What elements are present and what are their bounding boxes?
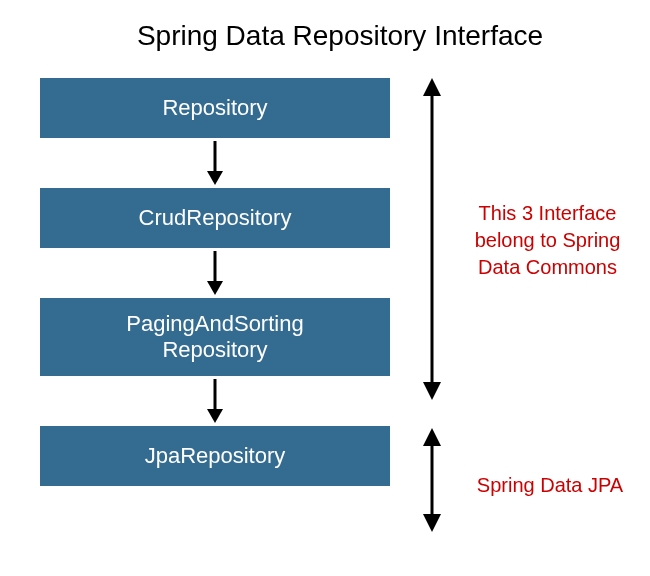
- annotation-spring-data-commons: This 3 Interface belong to Spring Data C…: [450, 200, 645, 281]
- range-arrow-icon: [418, 78, 446, 400]
- svg-marker-11: [423, 514, 441, 532]
- box-label: PagingAndSorting Repository: [126, 311, 303, 364]
- svg-marker-8: [423, 382, 441, 400]
- annotation-line: belong to Spring: [475, 229, 621, 251]
- box-label: Repository: [162, 95, 267, 121]
- box-repository: Repository: [40, 78, 390, 138]
- annotation-spring-data-jpa: Spring Data JPA: [460, 472, 640, 499]
- inheritance-arrow-icon: [40, 138, 390, 188]
- svg-marker-10: [423, 428, 441, 446]
- box-crud-repository: CrudRepository: [40, 188, 390, 248]
- box-label-line: PagingAndSorting: [126, 311, 303, 336]
- annotation-line: Spring Data JPA: [477, 474, 623, 496]
- box-jpa-repository: JpaRepository: [40, 426, 390, 486]
- svg-marker-3: [207, 281, 223, 295]
- box-label-line: Repository: [162, 337, 267, 362]
- diagram-title: Spring Data Repository Interface: [0, 20, 650, 52]
- annotation-line: This 3 Interface: [479, 202, 617, 224]
- inheritance-arrow-icon: [40, 376, 390, 426]
- svg-marker-7: [423, 78, 441, 96]
- inheritance-arrow-icon: [40, 248, 390, 298]
- svg-marker-1: [207, 171, 223, 185]
- svg-marker-5: [207, 409, 223, 423]
- box-paging-sorting-repository: PagingAndSorting Repository: [40, 298, 390, 376]
- range-arrow-icon: [418, 428, 446, 532]
- hierarchy-column: Repository CrudRepository PagingAndSorti…: [40, 78, 390, 486]
- box-label: JpaRepository: [145, 443, 286, 469]
- annotation-line: Data Commons: [478, 256, 617, 278]
- box-label: CrudRepository: [139, 205, 292, 231]
